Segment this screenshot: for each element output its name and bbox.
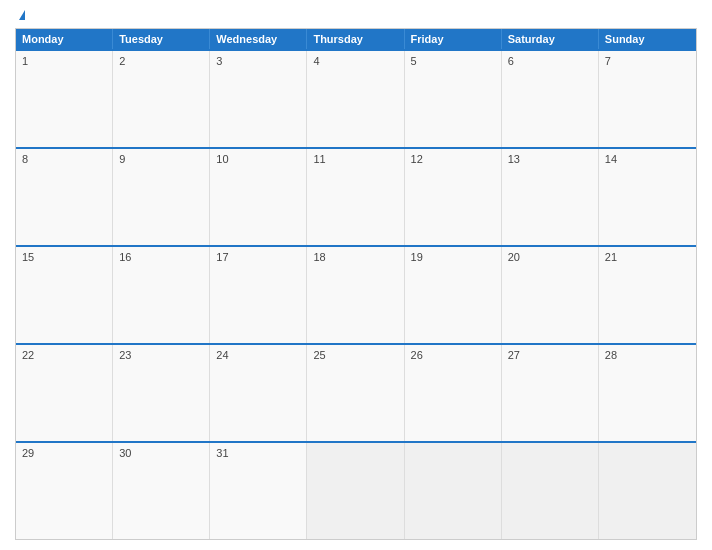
day-number: 31 [216, 447, 300, 459]
calendar-cell: 3 [210, 51, 307, 147]
calendar-cell [502, 443, 599, 539]
calendar-cell: 26 [405, 345, 502, 441]
day-number: 15 [22, 251, 106, 263]
calendar-cell: 12 [405, 149, 502, 245]
calendar-cell: 27 [502, 345, 599, 441]
logo [17, 10, 25, 20]
calendar-cell: 19 [405, 247, 502, 343]
calendar-cell: 30 [113, 443, 210, 539]
day-number: 22 [22, 349, 106, 361]
day-number: 8 [22, 153, 106, 165]
calendar-cell: 23 [113, 345, 210, 441]
day-number: 10 [216, 153, 300, 165]
day-number: 14 [605, 153, 690, 165]
calendar-cell: 21 [599, 247, 696, 343]
calendar-cell: 2 [113, 51, 210, 147]
calendar-cell: 1 [16, 51, 113, 147]
day-number: 12 [411, 153, 495, 165]
day-number: 18 [313, 251, 397, 263]
day-number: 25 [313, 349, 397, 361]
day-number: 7 [605, 55, 690, 67]
day-number: 4 [313, 55, 397, 67]
calendar-cell: 16 [113, 247, 210, 343]
day-number: 23 [119, 349, 203, 361]
day-number: 11 [313, 153, 397, 165]
calendar-week-3: 15161718192021 [16, 245, 696, 343]
day-number: 17 [216, 251, 300, 263]
header-cell-saturday: Saturday [502, 29, 599, 49]
day-number: 30 [119, 447, 203, 459]
calendar-header: MondayTuesdayWednesdayThursdayFridaySatu… [16, 29, 696, 49]
header-cell-friday: Friday [405, 29, 502, 49]
calendar-cell: 24 [210, 345, 307, 441]
day-number: 19 [411, 251, 495, 263]
calendar-cell: 22 [16, 345, 113, 441]
day-number: 27 [508, 349, 592, 361]
day-number: 5 [411, 55, 495, 67]
day-number: 13 [508, 153, 592, 165]
calendar-cell: 11 [307, 149, 404, 245]
logo-triangle-icon [19, 10, 25, 20]
calendar-cell: 20 [502, 247, 599, 343]
calendar-cell: 13 [502, 149, 599, 245]
calendar-cell: 8 [16, 149, 113, 245]
calendar-cell: 10 [210, 149, 307, 245]
calendar-cell: 28 [599, 345, 696, 441]
header-cell-monday: Monday [16, 29, 113, 49]
day-number: 2 [119, 55, 203, 67]
calendar-cell: 14 [599, 149, 696, 245]
calendar-cell [307, 443, 404, 539]
calendar-cell: 9 [113, 149, 210, 245]
calendar-cell: 18 [307, 247, 404, 343]
page: MondayTuesdayWednesdayThursdayFridaySatu… [0, 0, 712, 550]
day-number: 29 [22, 447, 106, 459]
day-number: 24 [216, 349, 300, 361]
calendar-cell [599, 443, 696, 539]
header-cell-thursday: Thursday [307, 29, 404, 49]
calendar-cell: 7 [599, 51, 696, 147]
calendar-cell: 17 [210, 247, 307, 343]
calendar-week-1: 1234567 [16, 49, 696, 147]
header [15, 10, 697, 20]
calendar-week-5: 293031 [16, 441, 696, 539]
calendar-week-2: 891011121314 [16, 147, 696, 245]
calendar-cell: 29 [16, 443, 113, 539]
calendar-cell [405, 443, 502, 539]
calendar-week-4: 22232425262728 [16, 343, 696, 441]
day-number: 21 [605, 251, 690, 263]
calendar: MondayTuesdayWednesdayThursdayFridaySatu… [15, 28, 697, 540]
calendar-cell: 5 [405, 51, 502, 147]
day-number: 6 [508, 55, 592, 67]
day-number: 28 [605, 349, 690, 361]
day-number: 16 [119, 251, 203, 263]
header-cell-sunday: Sunday [599, 29, 696, 49]
header-cell-wednesday: Wednesday [210, 29, 307, 49]
calendar-cell: 6 [502, 51, 599, 147]
day-number: 26 [411, 349, 495, 361]
calendar-body: 1234567891011121314151617181920212223242… [16, 49, 696, 539]
calendar-cell: 15 [16, 247, 113, 343]
header-cell-tuesday: Tuesday [113, 29, 210, 49]
calendar-cell: 25 [307, 345, 404, 441]
day-number: 20 [508, 251, 592, 263]
calendar-cell: 31 [210, 443, 307, 539]
day-number: 3 [216, 55, 300, 67]
day-number: 1 [22, 55, 106, 67]
day-number: 9 [119, 153, 203, 165]
calendar-cell: 4 [307, 51, 404, 147]
